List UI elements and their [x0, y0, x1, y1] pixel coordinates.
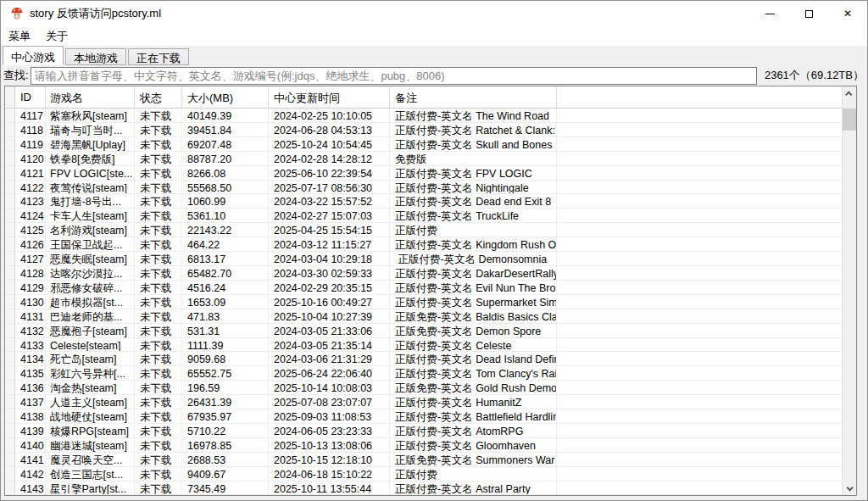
cell-remark[interactable]: 免费版: [390, 152, 557, 165]
cell-size[interactable]: 1111.39: [182, 338, 269, 352]
menu-item-caidan[interactable]: 菜单: [1, 26, 38, 47]
cell-status[interactable]: 未下载: [135, 482, 182, 495]
cell-status[interactable]: 未下载: [135, 166, 182, 180]
cell-id[interactable]: 4136: [15, 381, 46, 394]
search-input[interactable]: [31, 67, 757, 85]
cell-id[interactable]: 4135: [15, 366, 46, 380]
cell-remark[interactable]: 正版付费-英文名 Gloomhaven: [390, 438, 557, 452]
cell-size[interactable]: 9409.67: [182, 467, 269, 481]
cell-updated[interactable]: 2024-03-30 02:59:33: [269, 266, 390, 280]
cell-status[interactable]: 未下载: [135, 424, 182, 437]
cell-remark[interactable]: 正版付费: [390, 223, 557, 237]
cell-id[interactable]: 4126: [15, 237, 46, 251]
cell-id[interactable]: 4141: [15, 453, 46, 466]
cell-status[interactable]: 未下载: [135, 209, 182, 222]
cell-name[interactable]: 淘金热[steam]: [46, 381, 135, 394]
table-row[interactable]: 4137人道主义[steam]未下载26431.392025-07-08 23:…: [5, 395, 842, 409]
table-row[interactable]: 4117紫塞秋风[steam]未下载40149.392024-02-25 10:…: [5, 109, 842, 123]
cell-name[interactable]: 达喀尔沙漠拉...: [46, 266, 135, 280]
cell-name[interactable]: 恶魔孢子[steam]: [46, 324, 135, 337]
cell-status[interactable]: 未下载: [135, 381, 182, 394]
row-header-cell[interactable]: [5, 166, 15, 180]
cell-remark[interactable]: 正版付费: [390, 467, 557, 481]
cell-status[interactable]: 未下载: [135, 395, 182, 409]
vertical-scrollbar[interactable]: [842, 86, 856, 495]
close-button[interactable]: ✕: [828, 1, 867, 26]
table-row[interactable]: 4134死亡岛[steam]未下载9059.682024-03-06 21:31…: [5, 352, 842, 366]
cell-updated[interactable]: 2025-09-03 11:08:53: [269, 409, 390, 423]
row-header-cell[interactable]: [5, 482, 15, 495]
table-row[interactable]: 4142创造三国志[st...未下载9409.672024-06-18 15:1…: [5, 467, 842, 482]
cell-size[interactable]: 65552.75: [182, 366, 269, 380]
cell-name[interactable]: 名利游戏[steam]: [46, 223, 135, 237]
cell-name[interactable]: 瑞奇与叮当时...: [46, 123, 135, 136]
cell-size[interactable]: 39451.84: [182, 123, 269, 136]
cell-id[interactable]: 4139: [15, 424, 46, 437]
table-row[interactable]: 4138战地硬仗[steam]未下载67935.972025-09-03 11:…: [5, 409, 842, 424]
tab-downloading[interactable]: 正在下载: [128, 48, 189, 65]
cell-size[interactable]: 196.59: [182, 381, 269, 394]
row-header-cell[interactable]: [5, 194, 15, 208]
row-header-cell[interactable]: [5, 252, 15, 265]
cell-size[interactable]: 2688.53: [182, 453, 269, 466]
cell-remark[interactable]: 正版免费-英文名 Gold Rush Demo: [390, 381, 557, 394]
cell-size[interactable]: 9059.68: [182, 352, 269, 365]
cell-remark[interactable]: 正版付费-英文名 DakarDesertRally: [390, 266, 557, 280]
row-header-cell[interactable]: [5, 137, 15, 151]
cell-updated[interactable]: 2024-02-25 10:10:05: [269, 109, 390, 122]
cell-updated[interactable]: 2024-02-27 15:07:03: [269, 209, 390, 222]
cell-name[interactable]: FPV LOGIC[ste...: [46, 166, 135, 180]
column-header-name[interactable]: 游戏名: [46, 86, 135, 108]
row-header-cell[interactable]: [5, 467, 15, 481]
cell-id[interactable]: 4122: [15, 181, 46, 194]
cell-updated[interactable]: 2025-04-25 15:54:15: [269, 223, 390, 237]
cell-remark[interactable]: 正版付费-英文名 Kingdom Rush Ori...: [390, 237, 557, 251]
cell-remark[interactable]: 正版付费-英文名 Evil Nun The Brok...: [390, 281, 557, 294]
table-row[interactable]: 4135彩虹六号异种[...未下载65552.752025-06-24 22:0…: [5, 366, 842, 381]
table-row[interactable]: 4127恶魔失眠[steam]未下载6813.172024-03-04 10:2…: [5, 252, 842, 266]
table-row[interactable]: 4141魔灵召唤天空...未下载2688.532025-10-15 12:18:…: [5, 453, 842, 467]
row-header-cell[interactable]: [5, 266, 15, 280]
cell-id[interactable]: 4124: [15, 209, 46, 222]
cell-size[interactable]: 6813.17: [182, 252, 269, 265]
row-header-cell[interactable]: [5, 338, 15, 352]
table-row[interactable]: 4129邪恶修女破碎...未下载4516.242024-02-29 20:35:…: [5, 281, 842, 295]
cell-status[interactable]: 未下载: [135, 324, 182, 337]
row-header-cell[interactable]: [5, 181, 15, 194]
row-header-cell[interactable]: [5, 424, 15, 437]
cell-size[interactable]: 16978.85: [182, 438, 269, 452]
cell-name[interactable]: 恶魔失眠[steam]: [46, 252, 135, 265]
cell-status[interactable]: 未下载: [135, 352, 182, 365]
cell-remark[interactable]: 正版付费-英文名 Celeste: [390, 338, 557, 352]
scrollbar-thumb[interactable]: [843, 109, 856, 131]
table-row[interactable]: 4139核爆RPG[steam]未下载5710.222024-06-05 23:…: [5, 424, 842, 438]
cell-remark[interactable]: 正版付费-英文名 Astral Party: [390, 482, 557, 495]
cell-name[interactable]: 王国保卫战起...: [46, 237, 135, 251]
table-row[interactable]: 4133Celeste[steam]未下载1111.392024-03-05 2…: [5, 338, 842, 353]
table-row[interactable]: 4121FPV LOGIC[ste...未下载8266.082025-06-10…: [5, 166, 842, 181]
table-row[interactable]: 4136淘金热[steam]未下载196.592025-10-14 10:08:…: [5, 381, 842, 395]
cell-name[interactable]: 核爆RPG[steam]: [46, 424, 135, 437]
cell-status[interactable]: 未下载: [135, 409, 182, 423]
cell-size[interactable]: 1060.99: [182, 194, 269, 208]
cell-size[interactable]: 26431.39: [182, 395, 269, 409]
cell-status[interactable]: 未下载: [135, 152, 182, 165]
cell-name[interactable]: 夜莺传说[steam]: [46, 181, 135, 194]
cell-status[interactable]: 未下载: [135, 366, 182, 380]
cell-remark[interactable]: 正版付费-英文名 Battlefield Hardline: [390, 409, 557, 423]
cell-status[interactable]: 未下载: [135, 252, 182, 265]
cell-remark[interactable]: 正版付费-英文名 Skull and Bones: [390, 137, 557, 151]
cell-size[interactable]: 55568.50: [182, 181, 269, 194]
cell-status[interactable]: 未下载: [135, 338, 182, 352]
cell-updated[interactable]: 2024-03-05 21:35:14: [269, 338, 390, 352]
row-header-cell[interactable]: [5, 309, 15, 323]
cell-remark[interactable]: 正版免费-英文名 Baldis Basics Clas...: [390, 309, 557, 323]
row-header-cell[interactable]: [5, 453, 15, 466]
cell-id[interactable]: 4142: [15, 467, 46, 481]
column-header-remark[interactable]: 备注: [390, 86, 557, 108]
row-header-cell[interactable]: [5, 324, 15, 337]
cell-size[interactable]: 5361.10: [182, 209, 269, 222]
row-header-cell[interactable]: [5, 109, 15, 122]
cell-id[interactable]: 4132: [15, 324, 46, 337]
minimize-button[interactable]: [750, 1, 789, 26]
